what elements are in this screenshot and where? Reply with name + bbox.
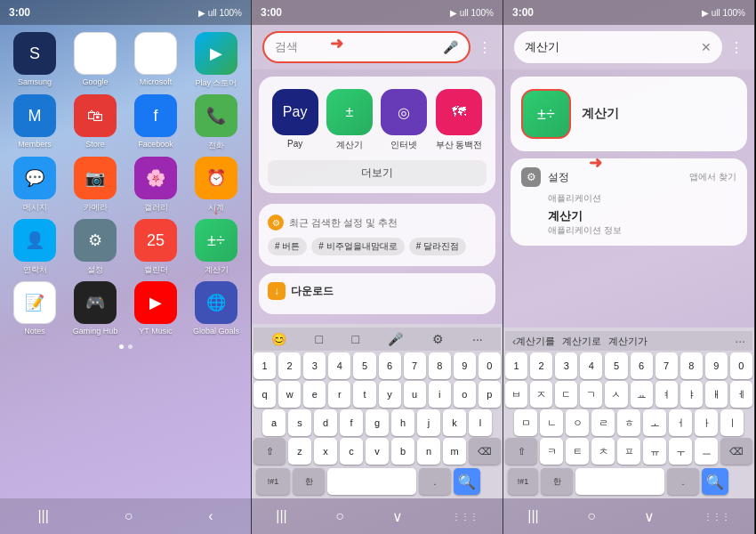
kor-lang-key[interactable]: 한	[541, 468, 573, 495]
nav-back[interactable]: ‹	[208, 508, 213, 524]
key-ㅁ[interactable]: ㅁ	[514, 409, 537, 436]
app-item-0[interactable]: SSamsung	[7, 32, 62, 89]
key-o[interactable]: o	[454, 381, 476, 408]
key-ㅅ[interactable]: ㅅ	[605, 381, 627, 408]
mic-icon[interactable]: 🎤	[443, 40, 458, 54]
kor-sug-1[interactable]: 계산기로	[562, 335, 601, 348]
nav-recents-2[interactable]: |||	[276, 508, 286, 524]
key-ㅊ[interactable]: ㅊ	[591, 438, 615, 465]
calc-clear-btn[interactable]: ✕	[701, 40, 712, 54]
nav-home-3[interactable]: ○	[587, 508, 596, 524]
key-4[interactable]: 4	[580, 352, 602, 379]
key-6[interactable]: 6	[379, 352, 401, 379]
key-ㅓ[interactable]: ㅓ	[669, 409, 692, 436]
key-r[interactable]: r	[328, 381, 350, 408]
more-button[interactable]: 더보기	[268, 160, 487, 186]
app-item-4[interactable]: MMembers	[7, 94, 62, 151]
key-c[interactable]: c	[340, 438, 363, 465]
key-3[interactable]: 3	[303, 352, 326, 379]
key-ㅛ[interactable]: ㅛ	[631, 381, 653, 408]
key-ㄱ[interactable]: ㄱ	[580, 381, 602, 408]
key-ㄴ[interactable]: ㄴ	[540, 409, 563, 436]
app-item-9[interactable]: 📷카메라	[68, 157, 123, 214]
key-e[interactable]: e	[303, 381, 326, 408]
sug-app-2[interactable]: ◎인터넷	[381, 89, 427, 151]
key-m[interactable]: m	[443, 438, 466, 465]
sug-app-1[interactable]: ±계산기	[326, 89, 373, 151]
app-item-19[interactable]: 🌐Global Goals	[189, 281, 244, 336]
app-item-12[interactable]: 👤연락처	[7, 219, 62, 276]
kor-search-key[interactable]: 🔍	[702, 468, 728, 495]
nav-home[interactable]: ○	[125, 508, 133, 524]
settings-app-name[interactable]: 계산기	[548, 208, 736, 224]
nav-recents[interactable]: |||	[37, 508, 48, 524]
nav-home-2[interactable]: ○	[335, 508, 344, 524]
app-item-8[interactable]: 💬메시지	[7, 157, 62, 214]
key-ㅈ[interactable]: ㅈ	[530, 381, 552, 408]
key-f[interactable]: f	[340, 409, 363, 436]
nav-apps-3[interactable]: ⋮⋮⋮	[704, 512, 730, 522]
key-3[interactable]: 3	[555, 352, 577, 379]
key-5[interactable]: 5	[605, 352, 627, 379]
app-item-11[interactable]: ⏰시계↓	[189, 157, 244, 214]
key-4[interactable]: 4	[328, 352, 350, 379]
sug-app-3[interactable]: 🗺부산 동백전	[436, 89, 483, 151]
key-a[interactable]: a	[262, 409, 286, 436]
app-item-7[interactable]: 📞전화	[189, 94, 244, 151]
key-2[interactable]: 2	[530, 352, 552, 379]
key-ㅣ[interactable]: ㅣ	[720, 409, 744, 436]
key-1[interactable]: 1	[253, 352, 276, 379]
bottom-nav-search[interactable]: ||| ○ ∨ ⋮⋮⋮	[252, 498, 503, 534]
app-item-16[interactable]: 📝Notes	[7, 281, 62, 336]
shift-key[interactable]: ⇧	[253, 438, 286, 465]
key-7[interactable]: 7	[655, 352, 678, 379]
key-ㅜ[interactable]: ㅜ	[669, 438, 692, 465]
app-item-17[interactable]: 🎮Gaming Hub	[68, 281, 123, 336]
key-9[interactable]: 9	[705, 352, 728, 379]
special-key[interactable]: !#1	[256, 468, 290, 495]
delete-key[interactable]: ⌫	[469, 438, 501, 465]
key-n[interactable]: n	[417, 438, 440, 465]
key-v[interactable]: v	[366, 438, 389, 465]
key-h[interactable]: h	[391, 409, 414, 436]
kor-delete-key[interactable]: ⌫	[720, 438, 752, 465]
key-ㅡ[interactable]: ㅡ	[695, 438, 718, 465]
bottom-nav-home[interactable]: ||| ○ ‹	[0, 498, 251, 534]
app-item-3[interactable]: ▶Play 스토어	[189, 32, 244, 89]
kor-space-key[interactable]	[575, 468, 664, 495]
key-ㅏ[interactable]: ㅏ	[695, 409, 718, 436]
nav-recents-3[interactable]: |||	[527, 508, 538, 524]
key-6[interactable]: 6	[631, 352, 653, 379]
app-item-10[interactable]: 🌸갤러리	[128, 157, 183, 214]
app-item-15[interactable]: ±÷계산기	[189, 219, 244, 276]
key-7[interactable]: 7	[404, 352, 426, 379]
period-key[interactable]: .	[419, 468, 451, 495]
kb-mic[interactable]: 🎤	[384, 330, 406, 348]
kb-clipboard[interactable]: □	[312, 330, 326, 348]
app-item-18[interactable]: ▶YT Music	[128, 281, 183, 336]
key-s[interactable]: s	[288, 409, 311, 436]
key-p[interactable]: p	[479, 381, 501, 408]
key-i[interactable]: i	[429, 381, 451, 408]
key-8[interactable]: 8	[680, 352, 703, 379]
calc-app-result[interactable]: ±÷ 계산기	[511, 77, 747, 151]
key-ㅌ[interactable]: ㅌ	[566, 438, 589, 465]
key-b[interactable]: b	[391, 438, 414, 465]
app-item-6[interactable]: fFacebook	[128, 94, 183, 151]
lang-key[interactable]: 한	[293, 468, 325, 495]
key-ㅗ[interactable]: ㅗ	[643, 409, 666, 436]
key-l[interactable]: l	[469, 409, 492, 436]
key-8[interactable]: 8	[429, 352, 451, 379]
search-box[interactable]: 검색 🎤	[262, 31, 470, 63]
key-ㅐ[interactable]: ㅐ	[705, 381, 728, 408]
app-item-1[interactable]: GGoogle	[68, 32, 123, 89]
key-ㄹ[interactable]: ㄹ	[591, 409, 615, 436]
kor-period-key[interactable]: .	[667, 468, 699, 495]
key-j[interactable]: j	[417, 409, 440, 436]
key-g[interactable]: g	[366, 409, 389, 436]
nav-apps-2[interactable]: ⋮⋮⋮	[452, 512, 479, 522]
tag-2[interactable]: # 달라진점	[409, 238, 466, 255]
key-q[interactable]: q	[253, 381, 276, 408]
key-5[interactable]: 5	[353, 352, 375, 379]
nav-back-3[interactable]: ∨	[644, 508, 655, 525]
